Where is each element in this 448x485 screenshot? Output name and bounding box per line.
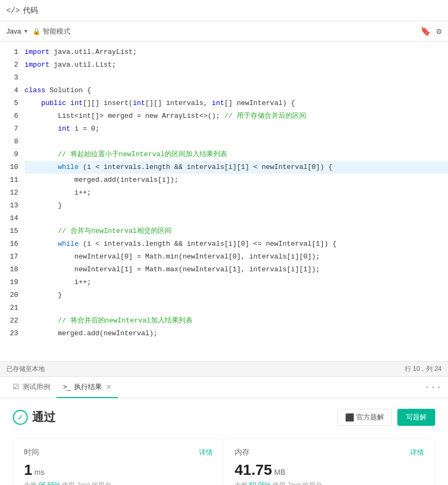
code-line: i++; [25,276,448,289]
panel-more-icon[interactable]: ··· [425,382,442,393]
write-solution-button[interactable]: 写题解 [397,409,435,426]
code-line [25,135,448,148]
title-bar: </> 代码 [0,0,448,21]
lock-icon: 🔒 [33,28,41,35]
line-number: 6 [0,110,18,123]
stats-grid: 时间 详情 1ms 击败 96.55% 使用 Java 的用户 内存 详情 41… [13,439,435,485]
code-line: List<int[]> merged = new ArrayList<>(); … [25,110,448,123]
toolbar: Java ▼ 🔒 智能模式 🔖 ⚙ [0,21,448,42]
stat-detail-link[interactable]: 详情 [410,448,424,457]
pass-row: ✓ 通过 ⬛ 官方题解 写题解 [13,409,435,426]
line-number: 18 [0,263,18,276]
bottom-panel: ☑测试用例>_执行结果✕··· ✓ 通过 ⬛ 官方题解 写题解 时间 详情 1m… [0,376,448,485]
stat-value: 41.75MB [235,462,424,479]
pass-actions: ⬛ 官方题解 写题解 [337,409,435,426]
line-number: 20 [0,289,18,302]
title-text: 代码 [23,6,38,15]
line-number: 14 [0,212,18,225]
result-panel: ✓ 通过 ⬛ 官方题解 写题解 时间 详情 1ms 击败 96.55% 使用 J… [0,398,448,485]
cursor-position: 行 10，列 24 [405,365,442,374]
line-number: 13 [0,199,18,212]
code-line: while (i < intervals.length && intervals… [25,238,448,250]
stat-header: 时间 详情 [24,448,213,457]
stat-value: 1ms [24,462,213,479]
code-line [25,71,448,84]
line-number: 15 [0,225,18,238]
code-line: merged.add(newInterval); [25,327,448,340]
code-line: } [25,199,448,212]
settings-icon[interactable]: ⚙ [436,26,442,37]
code-line: while (i < intervals.length && intervals… [25,161,448,174]
tab-label: 执行结果 [74,382,102,392]
line-number: 9 [0,148,18,161]
code-line: public int[][] insert(int[][] intervals,… [25,97,448,110]
official-label: 官方题解 [356,413,384,422]
panel-tabs: ☑测试用例>_执行结果✕··· [0,377,448,398]
pass-text: 通过 [32,409,55,425]
code-line: newInterval[0] = Math.min(newInterval[0]… [25,250,448,263]
line-numbers: 1234567891011121314151617181920212223 [0,46,25,357]
stat-unit: MB [274,468,285,476]
code-line: import java.util.ArrayList; [25,46,448,59]
panel-tab-测试用例[interactable]: ☑测试用例 [6,377,57,398]
code-content: 1234567891011121314151617181920212223 im… [0,42,448,361]
code-line: } [25,289,448,302]
stat-unit: ms [35,468,45,476]
stat-sub: 击败 96.55% 使用 Java 的用户 [24,481,213,485]
code-line: import java.util.List; [25,59,448,71]
stat-cell-时间: 时间 详情 1ms 击败 96.55% 使用 Java 的用户 [13,439,224,485]
line-number: 7 [0,123,18,135]
code-line: newInterval[1] = Math.max(newInterval[1]… [25,263,448,276]
line-number: 23 [0,327,18,340]
line-number: 4 [0,84,18,97]
tab-icon: ☑ [13,383,19,391]
stat-cell-内存: 内存 详情 41.75MB 击败 60.95% 使用 Java 的用户 [224,439,435,485]
line-number: 3 [0,71,18,84]
code-line [25,212,448,225]
stat-sub: 击败 60.95% 使用 Java 的用户 [235,481,424,485]
line-number: 22 [0,314,18,327]
stat-detail-link[interactable]: 详情 [199,448,213,457]
code-line: class Solution { [25,84,448,97]
bookmark-icon[interactable]: 🔖 [420,26,431,37]
code-line: int i = 0; [25,123,448,135]
pass-icon: ✓ [13,410,28,425]
smart-mode-label: 智能模式 [43,27,70,36]
pass-badge: ✓ 通过 [13,409,55,425]
official-icon: ⬛ [345,413,354,422]
code-line [25,302,448,314]
official-solution-button[interactable]: ⬛ 官方题解 [337,409,392,426]
code-lines: import java.util.ArrayList;import java.u… [25,46,448,357]
line-number: 19 [0,276,18,289]
line-number: 12 [0,187,18,199]
code-line: // 合并与newInterval相交的区间 [25,225,448,238]
save-status: 已存储至本地 [6,365,45,374]
code-line: i++; [25,187,448,199]
line-number: 2 [0,59,18,71]
code-line: // 将起始位置小于newInterval的区间加入结果列表 [25,148,448,161]
tab-icon: >_ [63,383,71,391]
tab-label: 测试用例 [22,382,50,392]
code-editor[interactable]: 1234567891011121314151617181920212223 im… [0,42,448,361]
line-number: 10 [0,161,18,174]
code-line: merged.add(intervals[i]); [25,174,448,187]
stat-header: 内存 详情 [235,448,424,457]
stat-label: 时间 [24,448,39,457]
line-number: 5 [0,97,18,110]
panel-tab-执行结果[interactable]: >_执行结果✕ [57,377,118,398]
smart-mode-toggle[interactable]: 🔒 智能模式 [33,27,70,36]
language-label: Java [6,27,21,35]
chevron-down-icon: ▼ [23,28,28,34]
code-icon: </> [6,6,20,15]
line-number: 11 [0,174,18,187]
line-number: 1 [0,46,18,59]
stat-label: 内存 [235,448,250,457]
tab-close-icon[interactable]: ✕ [106,383,111,391]
language-selector[interactable]: Java ▼ [6,27,28,35]
status-bar: 已存储至本地 行 10，列 24 [0,361,448,376]
line-number: 21 [0,302,18,314]
toolbar-right: 🔖 ⚙ [420,26,442,37]
code-line: // 将合并后的newInterval加入结果列表 [25,314,448,327]
line-number: 17 [0,250,18,263]
line-number: 8 [0,135,18,148]
